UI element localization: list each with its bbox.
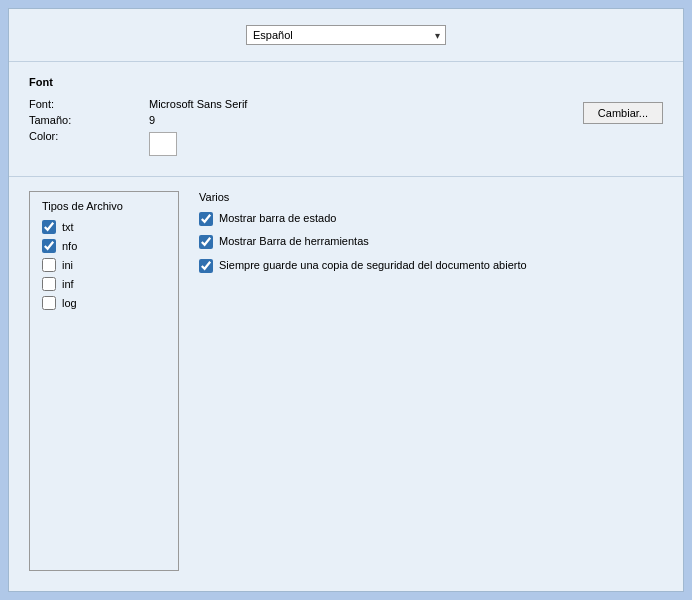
label-inf: inf — [62, 278, 74, 290]
font-grid: Font: Microsoft Sans Serif Tamaño: 9 Col… — [29, 98, 663, 156]
varios-section: Varios Mostrar barra de estado Mostrar B… — [199, 191, 663, 571]
label-toolbar: Mostrar Barra de herramientas — [219, 234, 369, 249]
label-status-bar: Mostrar barra de estado — [219, 211, 336, 226]
checkbox-txt[interactable] — [42, 220, 56, 234]
color-swatch[interactable] — [149, 132, 177, 156]
varios-title: Varios — [199, 191, 663, 203]
checkbox-log[interactable] — [42, 296, 56, 310]
varios-item-1: Mostrar barra de estado — [199, 211, 663, 226]
file-type-nfo: nfo — [42, 239, 166, 253]
language-select[interactable]: Español English Français Deutsch — [246, 25, 446, 45]
checkbox-status-bar[interactable] — [199, 212, 213, 226]
varios-item-3: Siempre guarde una copia de seguridad de… — [199, 258, 663, 273]
file-type-txt: txt — [42, 220, 166, 234]
file-types-box: Tipos de Archivo txt nfo ini inf — [29, 191, 179, 571]
cambiar-button[interactable]: Cambiar... — [583, 102, 663, 124]
checkbox-toolbar[interactable] — [199, 235, 213, 249]
label-ini: ini — [62, 259, 73, 271]
file-type-ini: ini — [42, 258, 166, 272]
file-type-inf: inf — [42, 277, 166, 291]
file-types-title: Tipos de Archivo — [42, 200, 166, 212]
font-section-title: Font — [29, 76, 663, 88]
label-txt: txt — [62, 221, 74, 233]
checkbox-ini[interactable] — [42, 258, 56, 272]
checkbox-nfo[interactable] — [42, 239, 56, 253]
language-section: Español English Français Deutsch — [9, 9, 683, 62]
label-log: log — [62, 297, 77, 309]
main-container: Español English Français Deutsch Font Fo… — [0, 0, 692, 600]
label-nfo: nfo — [62, 240, 77, 252]
font-label: Font: — [29, 98, 149, 110]
checkbox-backup[interactable] — [199, 259, 213, 273]
font-section: Font Font: Microsoft Sans Serif Tamaño: … — [9, 62, 683, 177]
label-backup: Siempre guarde una copia de seguridad de… — [219, 258, 527, 273]
file-type-log: log — [42, 296, 166, 310]
checkbox-inf[interactable] — [42, 277, 56, 291]
bottom-section: Tipos de Archivo txt nfo ini inf — [9, 177, 683, 591]
size-label: Tamaño: — [29, 114, 149, 126]
inner-panel: Español English Français Deutsch Font Fo… — [8, 8, 684, 592]
varios-item-2: Mostrar Barra de herramientas — [199, 234, 663, 249]
color-label: Color: — [29, 130, 149, 156]
language-select-wrapper: Español English Français Deutsch — [246, 25, 446, 45]
